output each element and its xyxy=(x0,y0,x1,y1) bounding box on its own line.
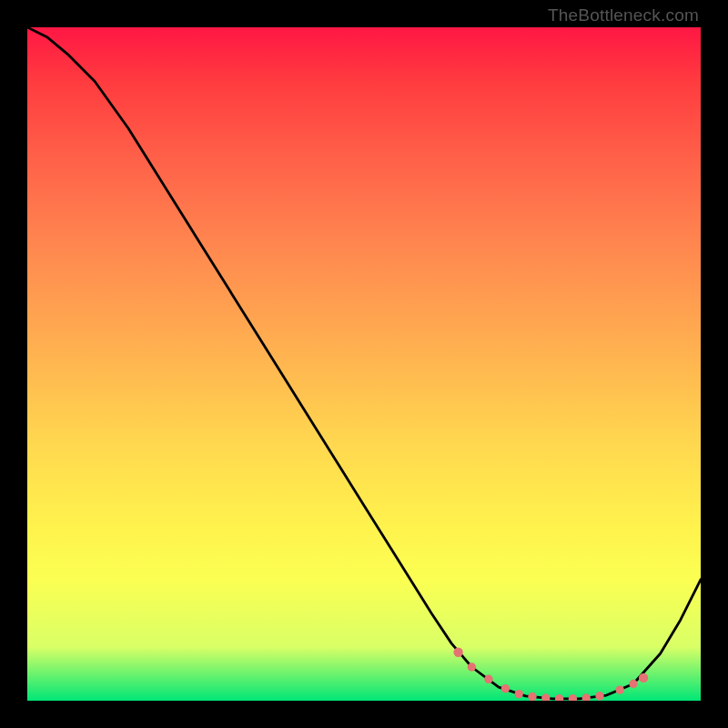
sweet-spot-marker xyxy=(528,693,536,701)
sweet-spot-marker xyxy=(453,648,462,657)
sweet-spot-marker xyxy=(484,675,492,683)
chart-frame: TheBottleneck.com xyxy=(0,0,728,728)
sweet-spot-marker xyxy=(629,680,637,688)
sweet-spot-marker xyxy=(639,673,648,682)
sweet-spot-marker xyxy=(569,694,577,701)
attribution-text: TheBottleneck.com xyxy=(548,5,699,25)
plot-area xyxy=(27,27,701,701)
sweet-spot-marker xyxy=(501,684,510,693)
sweet-spot-marker xyxy=(582,693,591,701)
sweet-spot-marker xyxy=(595,692,603,700)
sweet-spot-marker xyxy=(541,693,550,701)
sweet-spot-marker xyxy=(555,694,563,701)
bottleneck-curve xyxy=(27,27,701,699)
curve-layer xyxy=(27,27,701,701)
sweet-spot-marker xyxy=(515,690,523,698)
sweet-spot-marker xyxy=(468,662,476,671)
sweet-spot-marker xyxy=(616,685,624,693)
